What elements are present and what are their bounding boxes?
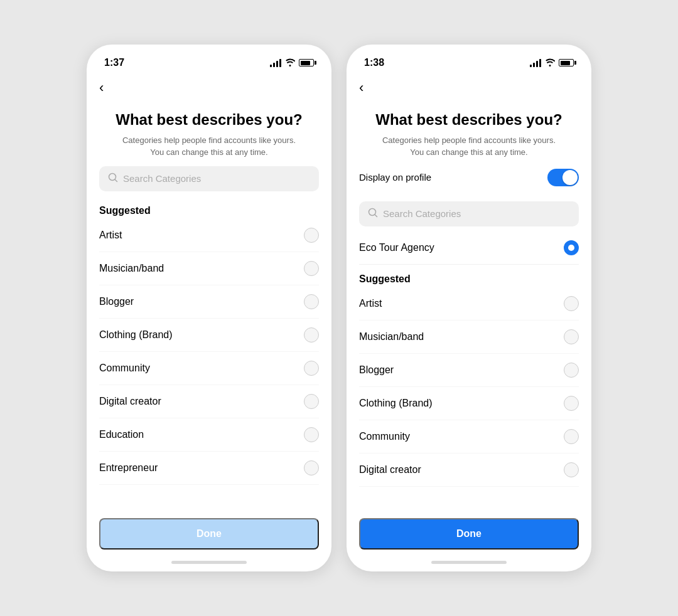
wifi-icon-1 [285,58,295,68]
radio-button[interactable] [564,363,579,378]
toggle-knob [562,170,578,185]
phone-frame-1: 1:37 ‹ [87,45,331,571]
search-placeholder-2: Search Categories [383,208,461,219]
phone-frame-2: 1:38 ‹ [347,45,591,571]
radio-button[interactable] [564,396,579,411]
screens-container: 1:37 ‹ [87,45,591,571]
radio-button[interactable] [304,228,319,243]
category-label: Digital creator [359,464,421,475]
screen-content-1: What best describes you? Categories help… [87,98,331,557]
suggested-label-1: Suggested [99,196,319,219]
radio-button[interactable] [304,460,319,475]
done-button-1[interactable]: Done [99,518,319,550]
radio-button[interactable] [304,394,319,409]
category-item[interactable]: Artist [359,287,579,321]
category-item[interactable]: Musician/band [359,321,579,354]
home-indicator-2 [431,561,507,564]
done-button-2[interactable]: Done [359,518,579,550]
radio-button[interactable] [304,427,319,442]
category-item[interactable]: Musician/band [99,252,319,285]
battery-icon-2 [559,59,574,66]
category-item[interactable]: Entrepreneur [99,452,319,485]
category-label: Blogger [359,364,394,376]
page-subtitle-2: Categories help people find accounts lik… [359,134,579,159]
radio-button[interactable] [564,329,579,344]
radio-button[interactable] [304,294,319,309]
category-label: Digital creator [99,396,161,407]
radio-button[interactable] [564,429,579,444]
category-label: Clothing (Brand) [99,329,173,341]
page-title-2: What best describes you? [359,111,579,129]
display-on-profile-row: Display on profile [359,159,579,194]
category-label: Clothing (Brand) [359,398,433,409]
wifi-icon-2 [545,58,555,68]
category-item[interactable]: Digital creator [99,385,319,418]
radio-selected[interactable] [564,240,579,255]
radio-button[interactable] [304,261,319,276]
status-icons-2 [530,58,574,68]
status-time-1: 1:37 [104,57,124,68]
category-label: Education [99,429,144,440]
category-item[interactable]: Clothing (Brand) [359,387,579,420]
status-icons-1 [270,58,314,68]
svg-line-1 [115,179,117,182]
search-box-2[interactable]: Search Categories [359,201,579,226]
category-label: Entrepreneur [99,462,158,474]
category-label: Community [359,431,410,442]
category-item[interactable]: Artist [99,219,319,252]
battery-icon-1 [299,59,314,66]
suggested-label-2: Suggested [359,265,579,287]
selected-category-label: Eco Tour Agency [359,242,434,253]
home-indicator-1 [171,561,247,564]
signal-icon-2 [530,58,541,67]
category-item[interactable]: Blogger [359,354,579,387]
category-label: Artist [99,230,122,241]
category-item[interactable]: Clothing (Brand) [99,319,319,352]
radio-button[interactable] [564,296,579,311]
search-icon-1 [108,173,118,185]
back-button-1[interactable]: ‹ [87,75,331,98]
status-bar-2: 1:38 [347,45,591,75]
category-label: Musician/band [359,331,424,343]
radio-button[interactable] [304,361,319,376]
category-item[interactable]: Community [99,352,319,385]
category-label: Community [99,363,150,374]
selected-category-row[interactable]: Eco Tour Agency [359,231,579,265]
status-time-2: 1:38 [364,57,384,68]
display-on-profile-label: Display on profile [359,172,431,183]
category-item[interactable]: Education [99,418,319,452]
search-box-1[interactable]: Search Categories [99,166,319,191]
search-placeholder-1: Search Categories [123,173,201,184]
category-item[interactable]: Digital creator [359,454,579,487]
categories-list-2: Artist Musician/band Blogger Clothing (B… [359,287,579,487]
svg-line-3 [375,215,377,217]
screen-content-2: What best describes you? Categories help… [347,98,591,557]
signal-icon-1 [270,58,281,67]
page-subtitle-1: Categories help people find accounts lik… [99,134,319,159]
page-title-1: What best describes you? [99,111,319,129]
categories-list-1: Artist Musician/band Blogger Clothing (B… [99,219,319,485]
radio-button[interactable] [564,462,579,477]
category-label: Artist [359,298,382,309]
back-button-2[interactable]: ‹ [347,75,591,98]
status-bar-1: 1:37 [87,45,331,75]
radio-button[interactable] [304,327,319,343]
display-toggle[interactable] [547,169,579,186]
category-item[interactable]: Community [359,420,579,454]
category-label: Musician/band [99,263,164,274]
search-icon-2 [368,208,378,220]
category-item[interactable]: Blogger [99,285,319,319]
category-label: Blogger [99,296,134,307]
radio-selected-inner [568,245,574,251]
